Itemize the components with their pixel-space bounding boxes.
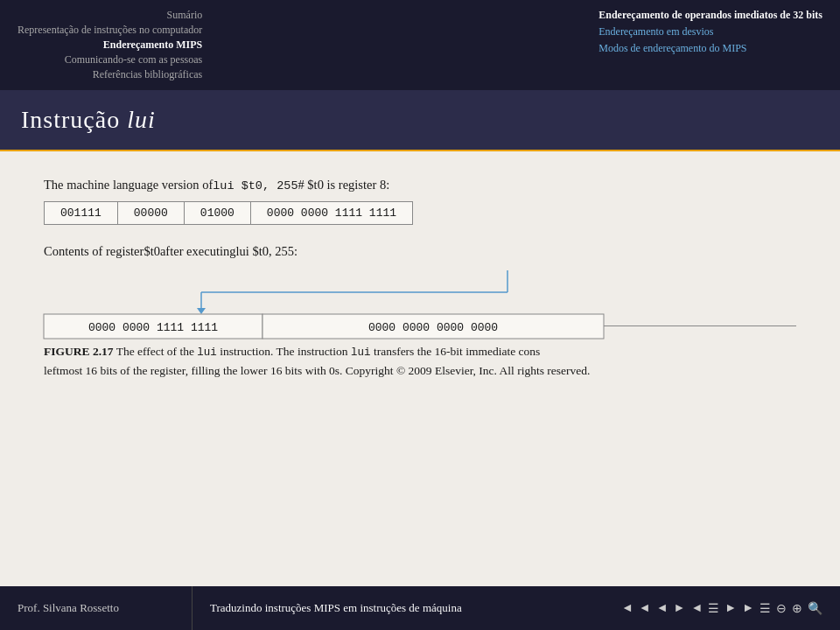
svg-text:0000 0000 1111 1111: 0000 0000 1111 1111 [88, 321, 218, 334]
reg-code1: $t0 [144, 244, 160, 259]
nav-search[interactable]: 🔍 [808, 601, 822, 616]
nav-modos[interactable]: Modos de endereçamento do MIPS [598, 42, 822, 55]
reg-prefix: Contents of register [44, 244, 144, 259]
machine-lang-line: The machine language version of lui $t0,… [44, 178, 796, 192]
nav-operandos[interactable]: Endereçamento de operandos imediatos de … [598, 9, 822, 22]
figure-code2: lui [351, 346, 371, 359]
footer-left: Prof. Silvana Rossetto [0, 586, 192, 630]
figure-caption: FIGURE 2.17 The effect of the lui instru… [44, 342, 796, 381]
header-left-nav: Sumário Representação de instruções no c… [18, 9, 202, 81]
nav-arrow-1[interactable]: ◄ [621, 601, 634, 615]
header-bar: Sumário Representação de instruções no c… [0, 0, 840, 90]
line1-comment: # $t0 is register 8: [298, 178, 389, 192]
footer-author: Prof. Silvana Rossetto [18, 601, 119, 615]
figure-code: lui [197, 346, 217, 359]
nav-referencias[interactable]: Referências bibliográficas [18, 68, 202, 81]
svg-text:0000 0000 0000 0000: 0000 0000 0000 0000 [368, 321, 498, 334]
nav-zoom-out[interactable]: ⊖ [776, 601, 787, 616]
figure-desc3: transfers the 16-bit immediate cons [374, 345, 540, 358]
footer-title: Traduzindo instruções MIPS em instruções… [210, 601, 462, 615]
footer-navigation: ◄ ◄ ◄ ► ◄ ☰ ► ► ☰ ⊖ ⊕ 🔍 [621, 601, 822, 616]
binary-cell-1: 001111 [45, 202, 118, 225]
reg-code2: lui $t0, 255: [235, 244, 298, 259]
nav-arrow-3[interactable]: ◄ [656, 601, 668, 615]
nav-arrow-6[interactable]: ► [724, 601, 737, 615]
nav-arrow-4[interactable]: ► [674, 601, 686, 615]
nav-menu-1[interactable]: ☰ [708, 601, 719, 616]
register-table-wrapper: 0000 0000 1111 1111 0000 0000 0000 0000 [44, 266, 796, 318]
nav-arrow-2[interactable]: ◄ [639, 601, 651, 615]
figure-desc2: The instruction [276, 345, 351, 358]
nav-desvios[interactable]: Endereçamento em desvios [598, 25, 822, 38]
register-line: Contents of register $t0 after executing… [44, 244, 796, 259]
page-title: Instrução lui [21, 106, 819, 134]
arrow-svg: 0000 0000 1111 1111 0000 0000 0000 0000 [44, 266, 656, 318]
binary-cell-2: 00000 [117, 202, 184, 225]
nav-menu-2[interactable]: ☰ [760, 601, 771, 616]
figure-line2: leftmost 16 bits of the register, fillin… [44, 364, 590, 377]
title-bar: Instrução lui [0, 90, 840, 151]
nav-comunicando[interactable]: Comunicando-se com as pessoas [18, 53, 202, 66]
header-right-nav: Endereçamento de operandos imediatos de … [572, 9, 822, 81]
line1-prefix: The machine language version of [44, 178, 213, 192]
nav-representacao[interactable]: Representação de instruções no computado… [18, 24, 202, 37]
figure-title: The effect of the [116, 345, 198, 358]
binary-cell-3: 01000 [184, 202, 250, 225]
svg-marker-3 [197, 308, 206, 314]
nav-arrow-5[interactable]: ◄ [690, 601, 703, 615]
main-content: The machine language version of lui $t0,… [0, 151, 840, 615]
footer: Prof. Silvana Rossetto Traduzindo instru… [0, 586, 840, 630]
line1-code: lui $t0, 255 [213, 179, 298, 192]
nav-sumario[interactable]: Sumário [18, 9, 202, 22]
reg-mid: after executing [160, 244, 236, 259]
binary-cell-4: 0000 0000 1111 1111 [250, 202, 412, 225]
figure-label: FIGURE 2.17 [44, 345, 114, 358]
footer-right: Traduzindo instruções MIPS em instruções… [192, 601, 840, 616]
binary-table-1: 001111 00000 01000 0000 0000 1111 1111 [44, 201, 413, 225]
figure-desc1: instruction. [220, 345, 273, 358]
nav-enderecamento-mips[interactable]: Endereçamento MIPS [18, 38, 202, 52]
nav-zoom-in[interactable]: ⊕ [792, 601, 802, 616]
nav-arrow-7[interactable]: ► [742, 601, 754, 615]
